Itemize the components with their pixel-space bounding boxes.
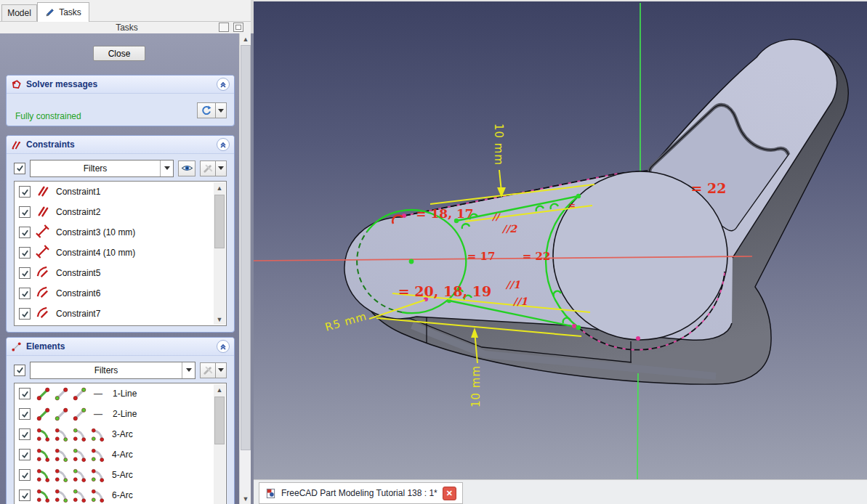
element-row[interactable]: 5-Arc [15, 465, 226, 485]
elements-section-header[interactable]: Elements [7, 338, 234, 356]
constraints-icon [11, 139, 22, 150]
constraints-list: Constraint1 Constraint2 Constraint3 (10 … [14, 181, 227, 326]
panel-title: Tasks [0, 23, 254, 33]
collapse-chevron-icon[interactable] [217, 78, 230, 91]
constraints-section-title: Constraints [26, 139, 212, 150]
document-tab[interactable]: FreeCAD Part Modeling Tutorial 138 : 1* … [259, 482, 463, 504]
constraint-row[interactable]: Constraint4 (10 mm) [15, 243, 226, 263]
element-row[interactable]: 3-Arc [15, 424, 226, 444]
element-mode-icons [36, 447, 105, 463]
tab-tasks[interactable]: Tasks [37, 2, 89, 22]
elements-filter-combobox[interactable]: Filters [30, 362, 195, 379]
element-label: 5-Arc [112, 470, 133, 480]
constraint-visibility-checkbox[interactable] [19, 206, 31, 218]
panel-title-row: Tasks [0, 22, 254, 33]
constraints-list-scrollbar[interactable]: ▲ ▼ [214, 182, 225, 325]
constraint-visibility-checkbox[interactable] [19, 227, 31, 238]
solver-section-title: Solver messages [26, 79, 212, 89]
y-axis-line [637, 373, 638, 479]
collapse-chevron-icon[interactable] [217, 138, 230, 151]
wrench-icon [203, 365, 214, 375]
element-visibility-checkbox[interactable] [19, 428, 31, 440]
collapse-chevron-icon[interactable] [217, 340, 230, 353]
solver-status-text: Fully constrained [15, 111, 81, 121]
left-panel: Model Tasks Tasks Close [0, 0, 254, 504]
close-button[interactable]: Close [93, 46, 145, 61]
constraint-visibility-checkbox[interactable] [19, 308, 31, 320]
element-row[interactable]: — 1-Line [15, 383, 226, 404]
element-mode-icons: — [36, 386, 106, 402]
elements-filter-row: Filters [14, 361, 227, 379]
constraint-label: Constraint1 [56, 187, 100, 197]
element-tools-button[interactable] [200, 362, 216, 378]
element-visibility-checkbox[interactable] [19, 469, 31, 481]
constraints-filter-row: Filters [14, 159, 227, 177]
undock-panel-icon[interactable] [233, 23, 243, 32]
scroll-up-icon[interactable]: ▲ [214, 384, 225, 395]
constraints-filter-combobox[interactable]: Filters [30, 160, 174, 177]
3d-scene [254, 1, 867, 481]
constraint-row[interactable]: Constraint1 [15, 182, 226, 202]
element-mode-icons [36, 488, 105, 503]
constraint-row[interactable]: Constraint5 [15, 263, 226, 283]
freecad-window: Model Tasks Tasks Close [0, 0, 867, 504]
constraint-label: Constraint3 (10 mm) [56, 227, 135, 237]
element-visibility-checkbox[interactable] [19, 408, 31, 420]
show-hide-constraints-button[interactable] [178, 160, 195, 176]
constraints-section-header[interactable]: Constraints [7, 136, 234, 154]
document-tab-label: FreeCAD Part Modeling Tutorial 138 : 1* [281, 488, 437, 498]
elements-filter-checkbox[interactable] [14, 365, 25, 376]
scroll-down-icon[interactable]: ▼ [240, 493, 251, 504]
constraint-visibility-checkbox[interactable] [19, 186, 31, 198]
scroll-up-icon[interactable]: ▲ [214, 182, 225, 193]
constraint-visibility-checkbox[interactable] [19, 267, 31, 279]
element-mode-icons: — [36, 407, 106, 422]
constraint-row[interactable]: Constraint3 (10 mm) [15, 222, 226, 243]
scroll-down-icon[interactable]: ▼ [214, 314, 225, 325]
constraint-tools-dropdown[interactable] [216, 160, 227, 176]
element-row[interactable]: — 2-Line [15, 404, 226, 424]
element-visibility-checkbox[interactable] [19, 449, 31, 460]
wrench-icon [203, 163, 214, 174]
constraint-visibility-checkbox[interactable] [19, 288, 31, 299]
refresh-solver-button[interactable] [197, 102, 216, 118]
eye-icon [181, 163, 193, 173]
constraint-tools-button[interactable] [200, 160, 216, 176]
element-row[interactable]: 4-Arc [15, 444, 226, 465]
pencil-icon [45, 7, 55, 17]
constraint-type-icon [36, 204, 49, 220]
constraint-label: Constraint4 (10 mm) [56, 248, 135, 258]
elements-list-scrollbar[interactable]: ▲ ▼ [214, 384, 225, 504]
freecad-document-icon [265, 488, 276, 499]
elements-section: Elements Filters [6, 337, 235, 504]
constraint-label: Constraint5 [56, 268, 100, 278]
panel-scrollbar[interactable]: ▲ ▼ [239, 33, 251, 504]
tab-model[interactable]: Model [1, 4, 37, 21]
tab-model-label: Model [7, 8, 31, 18]
panel-tabstrip: Model Tasks [0, 0, 254, 22]
constraint-type-icon [36, 265, 49, 281]
element-label: 6-Arc [112, 490, 133, 500]
element-label: 2-Line [113, 409, 137, 419]
element-visibility-checkbox[interactable] [19, 388, 31, 399]
constraint-row[interactable]: Constraint6 [15, 283, 226, 304]
constraints-filter-checkbox[interactable] [14, 163, 25, 174]
element-row[interactable]: 6-Arc [15, 485, 226, 504]
refresh-icon [201, 105, 212, 116]
elements-icon [11, 341, 22, 352]
constraint-row[interactable]: Constraint7 [15, 304, 226, 324]
solver-section-body: Fully constrained [7, 94, 234, 126]
constraint-type-icon [36, 224, 49, 240]
element-tools-dropdown[interactable] [216, 362, 227, 378]
constraint-visibility-checkbox[interactable] [19, 247, 31, 259]
constraint-label: Constraint6 [56, 288, 100, 298]
element-visibility-checkbox[interactable] [19, 489, 31, 501]
scroll-up-icon[interactable]: ▲ [240, 33, 251, 44]
element-mode-icons [36, 427, 105, 442]
solver-section-header[interactable]: Solver messages [7, 76, 234, 94]
float-panel-icon[interactable] [219, 23, 229, 32]
close-document-icon[interactable]: ✕ [443, 487, 456, 500]
3d-viewport[interactable]: 10 mm10 mmR5 mm= 18, 17= 20, 18, 19= 17=… [254, 0, 867, 479]
refresh-options-dropdown[interactable] [216, 102, 227, 118]
constraint-row[interactable]: Constraint2 [15, 202, 226, 222]
